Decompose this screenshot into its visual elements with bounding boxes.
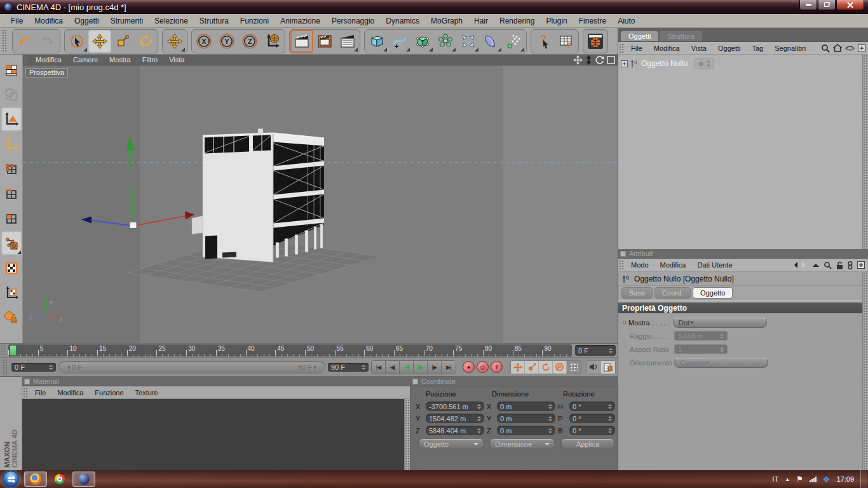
keyframe-options-button[interactable]	[601, 361, 615, 374]
toolbar-grip[interactable]	[2, 29, 8, 53]
hidden-icons-icon[interactable]: ▲	[785, 477, 790, 482]
y-axis-lock-button[interactable]: Y	[215, 30, 238, 53]
menu-item[interactable]: Finestre	[573, 15, 612, 27]
next-frame-button[interactable]: |▶	[428, 361, 442, 374]
viewport-menu-item[interactable]: Modifica	[30, 55, 67, 64]
transport-grip[interactable]	[3, 359, 8, 375]
play-backwards-button[interactable]: ◀	[400, 361, 414, 374]
help-button[interactable]: ?	[532, 30, 555, 53]
tab-coord[interactable]: Coord.	[654, 287, 691, 299]
z-axis-lock-button[interactable]: Z	[238, 30, 261, 53]
add-panel-icon[interactable]	[858, 44, 865, 52]
play-forwards-button[interactable]: ▶	[414, 361, 428, 374]
add-modeling-button[interactable]	[434, 30, 457, 53]
materials-grip[interactable]	[23, 388, 29, 397]
coord-mode-dropdown[interactable]: Oggetto	[418, 439, 484, 449]
history-back-icon[interactable]	[791, 262, 797, 268]
dimension-field[interactable]: 0 m	[497, 414, 555, 423]
make-editable-button[interactable]	[1, 58, 22, 81]
rotate-tool-button[interactable]	[134, 30, 157, 53]
menu-item[interactable]: Selezione	[149, 15, 194, 27]
view-name-label[interactable]: Prospettiva	[25, 68, 68, 78]
visibility-toggles[interactable]	[695, 58, 714, 69]
model-tool-button[interactable]	[1, 83, 22, 106]
toggle-view-icon[interactable]	[607, 56, 615, 64]
panel-pin-icon[interactable]	[620, 251, 626, 257]
home-icon[interactable]	[833, 44, 842, 52]
previous-frame-button[interactable]: ◀|	[386, 361, 400, 374]
render-view-button[interactable]	[290, 30, 313, 53]
parent-object-icon[interactable]	[813, 261, 819, 267]
attr-menu-item[interactable]: Dati Utente	[692, 261, 738, 269]
add-generator-button[interactable]	[411, 30, 434, 53]
menu-item[interactable]: Hair	[468, 15, 494, 27]
tab-base[interactable]: Base	[621, 287, 653, 299]
menu-item[interactable]: Dynamics	[380, 15, 425, 27]
attr-menu-item[interactable]: Modo	[625, 261, 654, 269]
key-parameter-button[interactable]: P	[553, 361, 567, 374]
position-field[interactable]: 5848.404 m	[426, 426, 484, 435]
attributes-scrollbar[interactable]	[862, 272, 868, 470]
redo-button[interactable]	[36, 30, 59, 53]
materials-list-area[interactable]	[22, 399, 404, 470]
panel-pin-icon[interactable]	[412, 379, 418, 384]
key-rotation-button[interactable]	[539, 361, 553, 374]
menu-item[interactable]: MoGraph	[425, 15, 468, 27]
start-button[interactable]	[3, 471, 19, 487]
viewport-menu-item[interactable]: Mostra	[104, 55, 137, 64]
end-frame-field[interactable]: 90 F	[328, 363, 369, 372]
search-icon[interactable]	[824, 261, 832, 269]
tab-oggetti[interactable]: Oggetti	[621, 31, 658, 41]
object-name[interactable]: Oggetto Nullo	[641, 59, 688, 68]
attr-grip[interactable]	[619, 260, 625, 270]
xpresso-button[interactable]: ?	[555, 30, 578, 53]
menu-item[interactable]: Plugin	[540, 15, 573, 27]
menu-item[interactable]: Funzioni	[234, 15, 275, 27]
texture-mode-button[interactable]	[1, 256, 22, 280]
om-menu-item[interactable]: Vista	[686, 44, 712, 53]
add-particles-button[interactable]	[503, 30, 526, 53]
restore-button[interactable]	[818, 0, 836, 10]
go-to-end-button[interactable]: ▶|	[442, 361, 456, 374]
add-environment-button[interactable]	[480, 30, 503, 53]
pan-view-icon[interactable]	[573, 55, 583, 65]
key-scale-button[interactable]	[525, 361, 539, 374]
edges-mode-button[interactable]	[1, 182, 22, 205]
om-menu-item[interactable]: Tag	[746, 44, 769, 53]
rotate-view-icon[interactable]	[595, 55, 604, 65]
eye-icon[interactable]	[845, 45, 855, 51]
timeline-ruler[interactable]: 051015202530354045505560657075808590	[8, 344, 572, 356]
ruler-grip[interactable]	[1, 345, 6, 356]
coordinates-grip[interactable]	[416, 390, 422, 398]
rotation-field[interactable]: 0 °	[569, 402, 615, 411]
record-keyframe-button[interactable]: ●	[463, 361, 475, 373]
action-center-flag-icon[interactable]: ⚑	[796, 475, 803, 484]
attr-menu-item[interactable]: Modifica	[654, 261, 692, 269]
model-mode-button[interactable]	[1, 107, 22, 131]
axis-move-button[interactable]	[163, 30, 186, 53]
dropbox-icon[interactable]: ❖	[823, 475, 831, 484]
menu-item[interactable]: Rendering	[494, 15, 540, 27]
object-tree-area[interactable]: + 0 Oggetto Nullo	[618, 55, 862, 249]
undo-button[interactable]	[13, 30, 36, 53]
history-forward-icon[interactable]	[802, 262, 808, 268]
lock-icon[interactable]	[836, 261, 843, 269]
menu-item[interactable]: Aiuto	[612, 15, 641, 27]
live-selection-button[interactable]	[65, 30, 88, 53]
materials-menu-item[interactable]: Funzione	[89, 388, 129, 397]
tab-struttura[interactable]: Struttura	[660, 31, 702, 41]
animation-mode-button[interactable]	[1, 231, 22, 255]
move-tool-button[interactable]	[88, 30, 111, 53]
menu-item[interactable]: Modifica	[29, 15, 69, 27]
key-position-button[interactable]	[511, 361, 525, 374]
tab-oggetto[interactable]: Oggetto	[693, 287, 733, 299]
add-deformer-button[interactable]	[457, 30, 480, 53]
dimension-field[interactable]: 0 m	[497, 426, 555, 435]
current-frame-marker[interactable]	[10, 345, 17, 356]
object-tree-scrollbar[interactable]	[862, 55, 868, 249]
menu-item[interactable]: Strumenti	[105, 15, 149, 27]
position-field[interactable]: -3700.561 m	[426, 402, 484, 411]
menu-item[interactable]: Animazione	[275, 15, 326, 27]
object-axis-mode-button[interactable]	[1, 132, 22, 156]
viewport-menu-item[interactable]: Filtro	[137, 55, 163, 64]
